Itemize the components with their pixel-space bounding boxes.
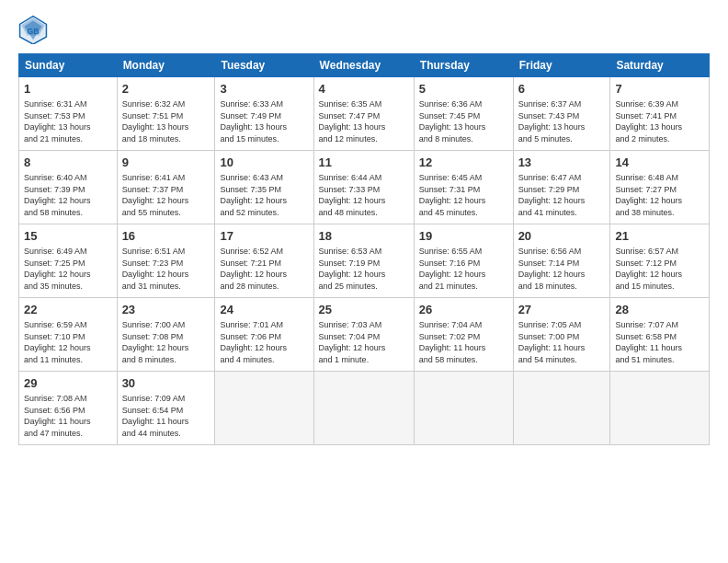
cell-info: Sunrise: 6:51 AM Sunset: 7:23 PM Dayligh… xyxy=(122,246,210,292)
header-cell-friday: Friday xyxy=(513,54,610,77)
calendar-cell: 13Sunrise: 6:47 AM Sunset: 7:29 PM Dayli… xyxy=(513,151,610,224)
calendar-cell: 3Sunrise: 6:33 AM Sunset: 7:49 PM Daylig… xyxy=(215,77,313,151)
header: GB xyxy=(18,15,710,44)
page: GB SundayMondayTuesdayWednesdayThursdayF… xyxy=(0,0,728,563)
calendar-cell: 6Sunrise: 6:37 AM Sunset: 7:43 PM Daylig… xyxy=(513,77,610,151)
calendar-cell: 16Sunrise: 6:51 AM Sunset: 7:23 PM Dayli… xyxy=(117,224,215,298)
day-number: 1 xyxy=(24,81,112,98)
day-number: 27 xyxy=(518,302,606,318)
calendar-cell: 22Sunrise: 6:59 AM Sunset: 7:10 PM Dayli… xyxy=(19,298,118,372)
day-number: 10 xyxy=(220,155,308,171)
cell-info: Sunrise: 7:01 AM Sunset: 7:06 PM Dayligh… xyxy=(220,319,308,365)
cell-info: Sunrise: 6:33 AM Sunset: 7:49 PM Dayligh… xyxy=(220,98,308,144)
cell-info: Sunrise: 6:56 AM Sunset: 7:14 PM Dayligh… xyxy=(518,246,606,292)
day-number: 6 xyxy=(518,81,606,98)
svg-text:GB: GB xyxy=(27,27,39,36)
day-number: 2 xyxy=(122,81,210,98)
day-number: 21 xyxy=(615,228,704,245)
cell-info: Sunrise: 6:53 AM Sunset: 7:19 PM Dayligh… xyxy=(319,246,409,292)
cell-info: Sunrise: 7:05 AM Sunset: 7:00 PM Dayligh… xyxy=(518,319,606,365)
calendar-cell: 20Sunrise: 6:56 AM Sunset: 7:14 PM Dayli… xyxy=(513,224,610,298)
cell-info: Sunrise: 6:41 AM Sunset: 7:37 PM Dayligh… xyxy=(122,172,210,218)
calendar-cell: 8Sunrise: 6:40 AM Sunset: 7:39 PM Daylig… xyxy=(19,151,118,224)
calendar-cell xyxy=(610,372,710,445)
cell-info: Sunrise: 6:37 AM Sunset: 7:43 PM Dayligh… xyxy=(518,98,606,144)
calendar-cell: 11Sunrise: 6:44 AM Sunset: 7:33 PM Dayli… xyxy=(313,151,414,224)
calendar-cell: 10Sunrise: 6:43 AM Sunset: 7:35 PM Dayli… xyxy=(215,151,313,224)
calendar-week-5: 29Sunrise: 7:08 AM Sunset: 6:56 PM Dayli… xyxy=(19,372,710,445)
logo: GB xyxy=(18,15,51,44)
cell-info: Sunrise: 6:48 AM Sunset: 7:27 PM Dayligh… xyxy=(615,172,704,218)
header-cell-thursday: Thursday xyxy=(414,54,513,77)
cell-info: Sunrise: 6:59 AM Sunset: 7:10 PM Dayligh… xyxy=(24,319,112,365)
cell-info: Sunrise: 6:55 AM Sunset: 7:16 PM Dayligh… xyxy=(419,246,508,292)
day-number: 17 xyxy=(220,228,308,245)
day-number: 28 xyxy=(615,302,704,318)
day-number: 25 xyxy=(319,302,409,318)
calendar-cell: 4Sunrise: 6:35 AM Sunset: 7:47 PM Daylig… xyxy=(313,77,414,151)
calendar-cell: 9Sunrise: 6:41 AM Sunset: 7:37 PM Daylig… xyxy=(117,151,215,224)
day-number: 23 xyxy=(122,302,210,318)
day-number: 5 xyxy=(419,81,508,98)
calendar-cell: 29Sunrise: 7:08 AM Sunset: 6:56 PM Dayli… xyxy=(19,372,118,445)
calendar-cell: 1Sunrise: 6:31 AM Sunset: 7:53 PM Daylig… xyxy=(19,77,118,151)
cell-info: Sunrise: 6:32 AM Sunset: 7:51 PM Dayligh… xyxy=(122,98,210,144)
cell-info: Sunrise: 7:07 AM Sunset: 6:58 PM Dayligh… xyxy=(615,319,704,365)
calendar-week-4: 22Sunrise: 6:59 AM Sunset: 7:10 PM Dayli… xyxy=(19,298,710,372)
cell-info: Sunrise: 6:36 AM Sunset: 7:45 PM Dayligh… xyxy=(419,98,508,144)
calendar-week-3: 15Sunrise: 6:49 AM Sunset: 7:25 PM Dayli… xyxy=(19,224,710,298)
day-number: 18 xyxy=(319,228,409,245)
calendar-cell: 28Sunrise: 7:07 AM Sunset: 6:58 PM Dayli… xyxy=(610,298,710,372)
header-cell-tuesday: Tuesday xyxy=(215,54,313,77)
cell-info: Sunrise: 7:08 AM Sunset: 6:56 PM Dayligh… xyxy=(24,393,112,439)
calendar-cell: 18Sunrise: 6:53 AM Sunset: 7:19 PM Dayli… xyxy=(313,224,414,298)
calendar-week-1: 1Sunrise: 6:31 AM Sunset: 7:53 PM Daylig… xyxy=(19,77,710,151)
day-number: 29 xyxy=(24,375,112,392)
cell-info: Sunrise: 6:44 AM Sunset: 7:33 PM Dayligh… xyxy=(319,172,409,218)
calendar-cell: 30Sunrise: 7:09 AM Sunset: 6:54 PM Dayli… xyxy=(117,372,215,445)
day-number: 26 xyxy=(419,302,508,318)
logo-icon: GB xyxy=(18,15,48,44)
calendar-cell: 26Sunrise: 7:04 AM Sunset: 7:02 PM Dayli… xyxy=(414,298,513,372)
calendar-cell: 19Sunrise: 6:55 AM Sunset: 7:16 PM Dayli… xyxy=(414,224,513,298)
calendar-cell: 21Sunrise: 6:57 AM Sunset: 7:12 PM Dayli… xyxy=(610,224,710,298)
cell-info: Sunrise: 6:43 AM Sunset: 7:35 PM Dayligh… xyxy=(220,172,308,218)
cell-info: Sunrise: 6:40 AM Sunset: 7:39 PM Dayligh… xyxy=(24,172,112,218)
calendar-cell: 15Sunrise: 6:49 AM Sunset: 7:25 PM Dayli… xyxy=(19,224,118,298)
calendar-cell: 23Sunrise: 7:00 AM Sunset: 7:08 PM Dayli… xyxy=(117,298,215,372)
day-number: 19 xyxy=(419,228,508,245)
calendar-cell: 17Sunrise: 6:52 AM Sunset: 7:21 PM Dayli… xyxy=(215,224,313,298)
cell-info: Sunrise: 7:04 AM Sunset: 7:02 PM Dayligh… xyxy=(419,319,508,365)
header-cell-wednesday: Wednesday xyxy=(313,54,414,77)
cell-info: Sunrise: 7:03 AM Sunset: 7:04 PM Dayligh… xyxy=(319,319,409,365)
cell-info: Sunrise: 6:52 AM Sunset: 7:21 PM Dayligh… xyxy=(220,246,308,292)
day-number: 13 xyxy=(518,155,606,171)
cell-info: Sunrise: 7:09 AM Sunset: 6:54 PM Dayligh… xyxy=(122,393,210,439)
cell-info: Sunrise: 6:31 AM Sunset: 7:53 PM Dayligh… xyxy=(24,98,112,144)
day-number: 30 xyxy=(122,375,210,392)
calendar-cell: 25Sunrise: 7:03 AM Sunset: 7:04 PM Dayli… xyxy=(313,298,414,372)
header-cell-saturday: Saturday xyxy=(610,54,710,77)
calendar-cell: 5Sunrise: 6:36 AM Sunset: 7:45 PM Daylig… xyxy=(414,77,513,151)
cell-info: Sunrise: 6:49 AM Sunset: 7:25 PM Dayligh… xyxy=(24,246,112,292)
calendar-cell: 2Sunrise: 6:32 AM Sunset: 7:51 PM Daylig… xyxy=(117,77,215,151)
header-cell-sunday: Sunday xyxy=(19,54,118,77)
day-number: 7 xyxy=(615,81,704,98)
day-number: 4 xyxy=(319,81,409,98)
calendar-header-row: SundayMondayTuesdayWednesdayThursdayFrid… xyxy=(19,54,710,77)
cell-info: Sunrise: 6:35 AM Sunset: 7:47 PM Dayligh… xyxy=(319,98,409,144)
cell-info: Sunrise: 7:00 AM Sunset: 7:08 PM Dayligh… xyxy=(122,319,210,365)
day-number: 14 xyxy=(615,155,704,171)
day-number: 15 xyxy=(24,228,112,245)
day-number: 24 xyxy=(220,302,308,318)
calendar-cell xyxy=(513,372,610,445)
calendar-table: SundayMondayTuesdayWednesdayThursdayFrid… xyxy=(18,53,710,445)
calendar-cell xyxy=(414,372,513,445)
calendar-week-2: 8Sunrise: 6:40 AM Sunset: 7:39 PM Daylig… xyxy=(19,151,710,224)
calendar-cell: 7Sunrise: 6:39 AM Sunset: 7:41 PM Daylig… xyxy=(610,77,710,151)
day-number: 12 xyxy=(419,155,508,171)
header-cell-monday: Monday xyxy=(117,54,215,77)
day-number: 3 xyxy=(220,81,308,98)
day-number: 8 xyxy=(24,155,112,171)
day-number: 20 xyxy=(518,228,606,245)
